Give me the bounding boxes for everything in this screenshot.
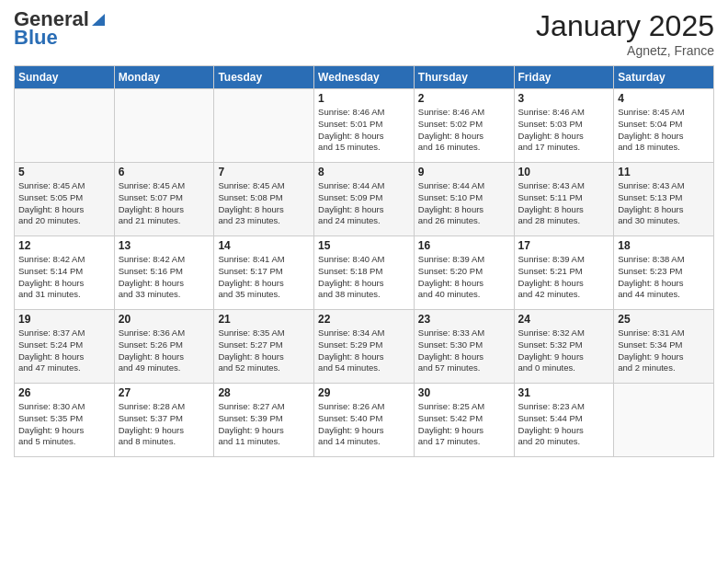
table-row: 10Sunrise: 8:43 AM Sunset: 5:11 PM Dayli… [514, 163, 614, 236]
day-info: Sunrise: 8:26 AM Sunset: 5:40 PM Dayligh… [318, 401, 410, 448]
table-row: 2Sunrise: 8:46 AM Sunset: 5:02 PM Daylig… [414, 89, 514, 163]
page: General Blue January 2025 Agnetz, France… [0, 0, 728, 563]
calendar-table: Sunday Monday Tuesday Wednesday Thursday… [14, 65, 714, 457]
day-number: 13 [119, 239, 210, 252]
table-row: 3Sunrise: 8:46 AM Sunset: 5:03 PM Daylig… [514, 89, 614, 163]
table-row: 24Sunrise: 8:32 AM Sunset: 5:32 PM Dayli… [514, 310, 614, 384]
table-row: 13Sunrise: 8:42 AM Sunset: 5:16 PM Dayli… [114, 236, 214, 310]
table-row: 4Sunrise: 8:45 AM Sunset: 5:04 PM Daylig… [614, 89, 714, 163]
day-info: Sunrise: 8:30 AM Sunset: 5:35 PM Dayligh… [18, 401, 110, 448]
table-row: 17Sunrise: 8:39 AM Sunset: 5:21 PM Dayli… [514, 236, 614, 310]
day-number: 2 [418, 92, 510, 105]
day-info: Sunrise: 8:43 AM Sunset: 5:11 PM Dayligh… [518, 180, 610, 227]
day-info: Sunrise: 8:44 AM Sunset: 5:09 PM Dayligh… [318, 180, 410, 227]
table-row: 20Sunrise: 8:36 AM Sunset: 5:26 PM Dayli… [114, 310, 214, 384]
month-title: January 2025 [536, 9, 714, 43]
col-sunday: Sunday [15, 66, 115, 89]
table-row: 21Sunrise: 8:35 AM Sunset: 5:27 PM Dayli… [214, 310, 314, 384]
day-number: 8 [318, 166, 410, 178]
day-number: 21 [218, 313, 310, 326]
day-info: Sunrise: 8:38 AM Sunset: 5:23 PM Dayligh… [618, 254, 710, 301]
table-row: 26Sunrise: 8:30 AM Sunset: 5:35 PM Dayli… [15, 384, 115, 457]
logo: General Blue [14, 9, 107, 48]
day-number: 18 [618, 239, 710, 252]
col-saturday: Saturday [614, 66, 714, 89]
calendar-week-row: 19Sunrise: 8:37 AM Sunset: 5:24 PM Dayli… [15, 310, 714, 384]
day-info: Sunrise: 8:33 AM Sunset: 5:30 PM Dayligh… [418, 327, 510, 374]
day-info: Sunrise: 8:45 AM Sunset: 5:04 PM Dayligh… [618, 107, 710, 154]
table-row: 18Sunrise: 8:38 AM Sunset: 5:23 PM Dayli… [614, 236, 714, 310]
table-row: 25Sunrise: 8:31 AM Sunset: 5:34 PM Dayli… [614, 310, 714, 384]
day-info: Sunrise: 8:35 AM Sunset: 5:27 PM Dayligh… [218, 327, 310, 374]
day-info: Sunrise: 8:43 AM Sunset: 5:13 PM Dayligh… [618, 180, 710, 227]
day-number: 14 [218, 239, 310, 252]
day-info: Sunrise: 8:42 AM Sunset: 5:14 PM Dayligh… [18, 254, 110, 301]
day-number: 31 [518, 386, 610, 399]
day-info: Sunrise: 8:23 AM Sunset: 5:44 PM Dayligh… [518, 401, 610, 448]
svg-marker-0 [92, 14, 105, 26]
table-row [214, 89, 314, 163]
calendar-week-row: 5Sunrise: 8:45 AM Sunset: 5:05 PM Daylig… [15, 163, 714, 236]
table-row: 29Sunrise: 8:26 AM Sunset: 5:40 PM Dayli… [314, 384, 415, 457]
day-info: Sunrise: 8:46 AM Sunset: 5:01 PM Dayligh… [318, 107, 410, 154]
day-number: 17 [518, 239, 610, 252]
header: General Blue January 2025 Agnetz, France [14, 9, 714, 58]
day-info: Sunrise: 8:45 AM Sunset: 5:08 PM Dayligh… [218, 180, 310, 227]
day-info: Sunrise: 8:28 AM Sunset: 5:37 PM Dayligh… [119, 401, 210, 448]
day-info: Sunrise: 8:40 AM Sunset: 5:18 PM Dayligh… [318, 254, 410, 301]
table-row: 22Sunrise: 8:34 AM Sunset: 5:29 PM Dayli… [314, 310, 415, 384]
day-number: 4 [618, 92, 710, 105]
day-info: Sunrise: 8:36 AM Sunset: 5:26 PM Dayligh… [119, 327, 210, 374]
day-number: 9 [418, 166, 510, 178]
calendar-header-row: Sunday Monday Tuesday Wednesday Thursday… [15, 66, 714, 89]
day-number: 19 [18, 313, 110, 326]
table-row: 28Sunrise: 8:27 AM Sunset: 5:39 PM Dayli… [214, 384, 314, 457]
col-thursday: Thursday [414, 66, 514, 89]
table-row: 14Sunrise: 8:41 AM Sunset: 5:17 PM Dayli… [214, 236, 314, 310]
day-info: Sunrise: 8:42 AM Sunset: 5:16 PM Dayligh… [119, 254, 210, 301]
day-info: Sunrise: 8:41 AM Sunset: 5:17 PM Dayligh… [218, 254, 310, 301]
col-friday: Friday [514, 66, 614, 89]
day-number: 27 [119, 386, 210, 399]
logo-triangle-icon [90, 11, 107, 28]
table-row: 1Sunrise: 8:46 AM Sunset: 5:01 PM Daylig… [314, 89, 415, 163]
table-row: 7Sunrise: 8:45 AM Sunset: 5:08 PM Daylig… [214, 163, 314, 236]
day-info: Sunrise: 8:44 AM Sunset: 5:10 PM Dayligh… [418, 180, 510, 227]
day-info: Sunrise: 8:32 AM Sunset: 5:32 PM Dayligh… [518, 327, 610, 374]
calendar-week-row: 26Sunrise: 8:30 AM Sunset: 5:35 PM Dayli… [15, 384, 714, 457]
day-number: 16 [418, 239, 510, 252]
table-row: 16Sunrise: 8:39 AM Sunset: 5:20 PM Dayli… [414, 236, 514, 310]
day-info: Sunrise: 8:39 AM Sunset: 5:20 PM Dayligh… [418, 254, 510, 301]
day-info: Sunrise: 8:37 AM Sunset: 5:24 PM Dayligh… [18, 327, 110, 374]
day-info: Sunrise: 8:46 AM Sunset: 5:03 PM Dayligh… [518, 107, 610, 154]
day-number: 1 [318, 92, 410, 105]
table-row [15, 89, 115, 163]
day-number: 20 [119, 313, 210, 326]
day-info: Sunrise: 8:31 AM Sunset: 5:34 PM Dayligh… [618, 327, 710, 374]
table-row [614, 384, 714, 457]
logo-blue: Blue [14, 28, 107, 48]
table-row: 31Sunrise: 8:23 AM Sunset: 5:44 PM Dayli… [514, 384, 614, 457]
day-info: Sunrise: 8:45 AM Sunset: 5:07 PM Dayligh… [119, 180, 210, 227]
day-number: 23 [418, 313, 510, 326]
day-info: Sunrise: 8:25 AM Sunset: 5:42 PM Dayligh… [418, 401, 510, 448]
day-info: Sunrise: 8:45 AM Sunset: 5:05 PM Dayligh… [18, 180, 110, 227]
table-row: 23Sunrise: 8:33 AM Sunset: 5:30 PM Dayli… [414, 310, 514, 384]
table-row: 8Sunrise: 8:44 AM Sunset: 5:09 PM Daylig… [314, 163, 415, 236]
day-number: 7 [218, 166, 310, 178]
col-monday: Monday [114, 66, 214, 89]
day-number: 3 [518, 92, 610, 105]
day-number: 25 [618, 313, 710, 326]
day-info: Sunrise: 8:34 AM Sunset: 5:29 PM Dayligh… [318, 327, 410, 374]
table-row: 27Sunrise: 8:28 AM Sunset: 5:37 PM Dayli… [114, 384, 214, 457]
day-number: 6 [119, 166, 210, 178]
day-number: 5 [18, 166, 110, 178]
table-row: 11Sunrise: 8:43 AM Sunset: 5:13 PM Dayli… [614, 163, 714, 236]
table-row: 9Sunrise: 8:44 AM Sunset: 5:10 PM Daylig… [414, 163, 514, 236]
day-number: 26 [18, 386, 110, 399]
col-wednesday: Wednesday [314, 66, 415, 89]
title-area: January 2025 Agnetz, France [536, 9, 714, 58]
day-number: 24 [518, 313, 610, 326]
table-row: 30Sunrise: 8:25 AM Sunset: 5:42 PM Dayli… [414, 384, 514, 457]
table-row: 19Sunrise: 8:37 AM Sunset: 5:24 PM Dayli… [15, 310, 115, 384]
